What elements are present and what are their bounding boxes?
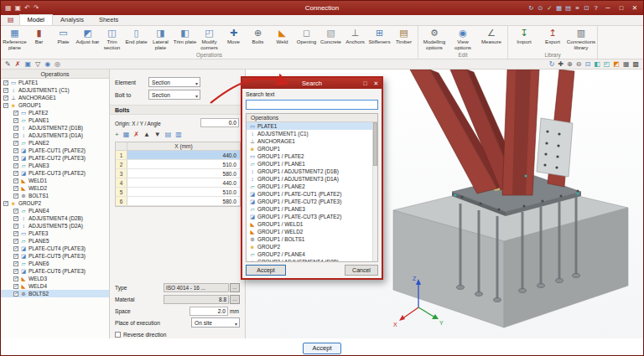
checkbox[interactable] — [13, 276, 18, 281]
bar-button[interactable]: ▮ Bar — [27, 27, 51, 51]
tree-item[interactable]: ↕ ADJUSTMENT1 (C1) — [1, 86, 109, 94]
trim-plate-button[interactable]: ◧ Trim plate — [173, 27, 197, 51]
front-view-icon[interactable]: ◧ — [594, 59, 600, 69]
search-result-item[interactable]: ◪ GROUP1 / PLATE-CUT1 (PLATE2) — [247, 190, 372, 198]
checkbox[interactable] — [13, 239, 18, 244]
tree-item[interactable]: ▭ PLATE3 — [1, 230, 109, 237]
search-result-item[interactable]: ⊥ ANCHORAGE1 — [247, 137, 372, 145]
checkbox[interactable] — [13, 156, 18, 161]
search-result-item[interactable]: ■ GROUP1 — [247, 145, 372, 152]
reference-plane-button[interactable]: ▦ Reference plane — [3, 27, 27, 51]
dialog-accept-button[interactable]: Accept — [246, 265, 286, 276]
search-result-item[interactable]: ↕ GROUP2 / ADJUSTMENT4 (D2B) — [247, 258, 372, 261]
tree-item[interactable]: ◣ WELD3 — [1, 275, 109, 282]
checkbox[interactable] — [13, 284, 18, 289]
wireframe-icon[interactable]: ▦ — [623, 59, 630, 69]
stiffeners-button[interactable]: ⊞ Stiffeners — [367, 27, 392, 51]
material-browse-button[interactable]: ... — [230, 295, 240, 304]
table-row[interactable]: 3 580.0 — [116, 169, 240, 178]
ribbon-tab[interactable]: Sheets — [91, 15, 126, 25]
tree-item[interactable]: ▱ PLANE5 — [1, 237, 109, 245]
tree-item[interactable]: ⊥ ANCHORAGE1 — [1, 94, 109, 101]
place-of-execution-select[interactable]: On site — [191, 317, 240, 328]
adjust-bar-button[interactable]: ◩ Adjust bar — [75, 27, 100, 51]
checkbox[interactable] — [3, 88, 8, 93]
checkbox[interactable] — [3, 80, 8, 85]
search-result-item[interactable]: ▱ GROUP2 / PLANE4 — [247, 250, 372, 258]
checkbox[interactable] — [13, 141, 18, 146]
search-result-item[interactable]: ▱ GROUP1 / PLANE3 — [247, 205, 372, 213]
zoom-in-icon[interactable]: ⊕ — [567, 59, 573, 69]
tree-item[interactable]: ▭ PLATE1 — [1, 79, 109, 86]
x-value-cell[interactable]: 510.0 — [127, 160, 240, 168]
refresh-icon[interactable]: ↻ — [527, 1, 536, 15]
search-result-item[interactable]: ■ GROUP2 — [247, 243, 372, 250]
space-input[interactable] — [190, 307, 228, 316]
search-result-item[interactable]: ▱ GROUP1 / PLANE1 — [247, 160, 372, 168]
checkbox[interactable] — [13, 171, 18, 176]
modify-corners-button[interactable]: ◰ Modify corners — [197, 27, 221, 51]
tree-item[interactable]: ⊕ BOLTS1 — [1, 192, 109, 199]
redo-icon[interactable]: ↷ — [34, 1, 39, 15]
view-options-button[interactable]: ◉ View options — [449, 27, 477, 51]
pan-icon[interactable]: ✚ — [558, 59, 564, 69]
import-button[interactable]: ↧ Import — [510, 27, 538, 51]
reverse-direction-checkbox[interactable] — [115, 332, 121, 338]
tree-item[interactable]: ◪ PLATE-CUT2 (PLATE3) — [1, 154, 109, 162]
table-row[interactable]: 5 510.0 — [116, 188, 240, 197]
table-export-icon[interactable]: ▥ — [175, 130, 182, 140]
x-value-cell[interactable]: 440.0 — [127, 178, 240, 187]
search-input[interactable] — [246, 100, 378, 110]
tree-item[interactable]: ▱ PLANE4 — [1, 207, 109, 214]
search-result-item[interactable]: ◪ GROUP1 / PLATE-CUT3 (PLATE2) — [247, 213, 372, 220]
tree-item[interactable]: ↕ ADJUSTMENT4 (D2B) — [1, 214, 109, 222]
plate-button[interactable]: ▭ Plate — [51, 27, 75, 51]
table-row[interactable]: 1 440.0 — [116, 151, 240, 160]
search-result-item[interactable]: ◣ GROUP1 / WELD1 — [247, 220, 372, 228]
checkbox[interactable] — [13, 148, 18, 153]
visibility-icon[interactable]: ◉ — [44, 59, 50, 69]
dialog-close-button[interactable]: ✕ — [371, 78, 382, 89]
search-result-item[interactable]: ▭ PLATE1 — [247, 122, 372, 130]
end-plate-button[interactable]: ▯ End plate — [124, 27, 148, 51]
checkbox[interactable] — [13, 133, 18, 138]
box-icon[interactable]: ⊡ — [582, 1, 591, 15]
table-row[interactable]: 6 580.0 — [116, 197, 240, 206]
tree-item[interactable]: ⊕ BOLTS2 — [1, 290, 109, 297]
solid-icon[interactable]: ▩ — [632, 59, 639, 69]
table-row[interactable]: 2 510.0 — [116, 160, 240, 169]
add-row-icon[interactable]: + — [115, 130, 119, 140]
top-view-icon[interactable]: ◰ — [604, 59, 610, 69]
search-result-item[interactable]: ◪ GROUP1 / PLATE-CUT2 (PLATE3) — [247, 198, 372, 205]
move-button[interactable]: ✚ Move — [221, 27, 246, 51]
x-value-cell[interactable]: 580.0 — [127, 197, 240, 205]
checkbox[interactable] — [13, 269, 18, 274]
checkbox[interactable] — [13, 163, 18, 168]
help-icon[interactable]: ? — [591, 1, 600, 15]
search-result-item[interactable]: ↕ GROUP1 / ADJUSTMENT2 (D1B) — [247, 168, 372, 175]
checkbox[interactable] — [13, 178, 18, 183]
scrollbar[interactable] — [372, 122, 377, 261]
zoom-out-icon[interactable]: ⊖ — [576, 59, 582, 69]
tree-item[interactable]: ◪ PLATE-CUT6 (PLATE3) — [1, 267, 109, 275]
checkbox[interactable] — [13, 209, 18, 214]
checkbox[interactable] — [13, 246, 18, 251]
tree-item[interactable]: ↕ ADJUSTMENT5 (D2A) — [1, 222, 109, 230]
checkbox[interactable] — [13, 261, 18, 266]
tree-item[interactable]: ▭ PLATE2 — [1, 109, 109, 116]
anchors-button[interactable]: ⊥ Anchors — [343, 27, 367, 51]
grid-view-icon[interactable]: ▦ — [554, 1, 564, 15]
save-icon[interactable]: ▣ — [15, 1, 22, 15]
checkbox[interactable] — [13, 224, 18, 229]
x-value-cell[interactable]: 510.0 — [127, 188, 240, 196]
copy-operation-icon[interactable]: ▣ — [24, 59, 31, 69]
check-icon[interactable]: ✓ — [545, 1, 554, 15]
report-icon[interactable]: ▤ — [564, 1, 573, 15]
search-icon[interactable]: ◎ — [55, 59, 60, 69]
search-result-item[interactable]: ▱ GROUP1 / PLANE2 — [247, 183, 372, 190]
trim-section-button[interactable]: ◫ Trim section — [100, 27, 124, 51]
minimize-button[interactable]: ─ — [602, 1, 614, 15]
checkbox[interactable] — [13, 254, 18, 259]
checkbox[interactable] — [13, 111, 18, 116]
origin-input[interactable] — [200, 118, 239, 127]
